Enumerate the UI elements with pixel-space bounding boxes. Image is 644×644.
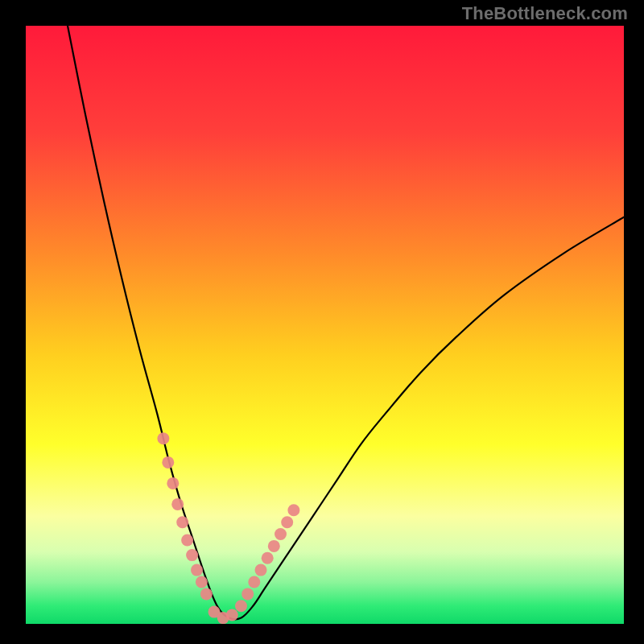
curve-layer (26, 26, 624, 624)
highlight-dot (275, 528, 287, 540)
highlight-dot (281, 516, 293, 528)
highlight-dot (176, 516, 188, 528)
highlight-dot (287, 504, 299, 516)
highlight-dot (255, 564, 267, 576)
highlight-dot (200, 588, 213, 600)
highlight-dot (186, 549, 198, 561)
plot-area (26, 26, 624, 624)
highlight-dot (235, 600, 247, 612)
highlight-dot (171, 498, 184, 510)
highlight-dot (248, 576, 260, 588)
highlight-dot (196, 576, 208, 588)
highlight-dot (167, 477, 179, 489)
highlight-dot (191, 564, 203, 576)
bottleneck-curve (68, 26, 624, 620)
highlight-dot (268, 540, 280, 552)
highlight-dot (157, 432, 169, 444)
chart-stage: TheBottleneck.com (0, 0, 644, 644)
highlight-dot (181, 535, 193, 547)
highlight-dot (262, 552, 274, 564)
highlight-dot (226, 609, 238, 621)
highlight-dot (242, 588, 254, 600)
highlight-dots (157, 432, 299, 624)
watermark-text: TheBottleneck.com (462, 3, 628, 24)
highlight-dot (162, 456, 174, 469)
